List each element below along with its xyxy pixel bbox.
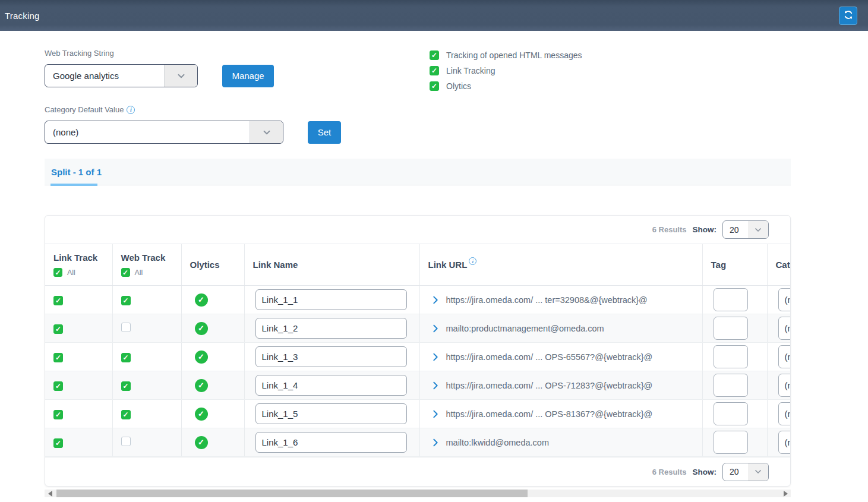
web-track-checkbox[interactable] bbox=[121, 296, 131, 305]
web-track-checkbox[interactable] bbox=[121, 323, 131, 332]
link-track-checkbox[interactable] bbox=[53, 324, 63, 334]
horizontal-scrollbar[interactable] bbox=[45, 490, 791, 497]
table-row: mailto:lkwidd@omeda.com (none) bbox=[45, 428, 791, 457]
link-url-header-label: Link URL bbox=[428, 260, 468, 270]
tab-bar: Split - 1 of 1 bbox=[45, 159, 791, 185]
link-name-input[interactable] bbox=[255, 375, 407, 396]
category-select-value: (none) bbox=[779, 380, 791, 390]
chevron-down-icon bbox=[250, 121, 283, 143]
link-name-input[interactable] bbox=[255, 346, 407, 367]
scroll-right-arrow[interactable] bbox=[781, 490, 790, 497]
category-default-select[interactable]: (none) bbox=[45, 121, 283, 144]
col-web-track: Web Track All bbox=[112, 244, 181, 286]
page-size-select-footer[interactable]: 20 bbox=[722, 463, 769, 481]
manage-button[interactable]: Manage bbox=[222, 65, 274, 87]
web-track-checkbox[interactable] bbox=[121, 410, 131, 419]
col-link-url: Link URL i bbox=[419, 244, 702, 286]
category-default-select-value: (none) bbox=[45, 127, 78, 137]
show-label: Show: bbox=[693, 225, 717, 234]
tag-input[interactable] bbox=[714, 402, 748, 425]
tag-input[interactable] bbox=[714, 317, 748, 340]
chevron-down-icon bbox=[164, 65, 197, 87]
category-select[interactable]: (none) bbox=[778, 317, 791, 340]
link-tracking-checkbox[interactable] bbox=[430, 66, 439, 75]
page-size-select[interactable]: 20 bbox=[722, 220, 769, 239]
table-footer: 6 Results Show: 20 bbox=[45, 457, 790, 486]
refresh-button[interactable] bbox=[839, 7, 857, 25]
col-olytics: Olytics bbox=[181, 244, 244, 286]
tag-input[interactable] bbox=[714, 431, 748, 454]
chevron-right-icon[interactable] bbox=[431, 438, 440, 447]
web-track-checkbox[interactable] bbox=[121, 381, 131, 391]
info-icon[interactable]: i bbox=[127, 106, 135, 114]
category-select[interactable]: (none) bbox=[778, 374, 791, 397]
link-name-input[interactable] bbox=[255, 432, 407, 453]
link-track-checkbox[interactable] bbox=[53, 438, 63, 448]
all-label: All bbox=[67, 269, 75, 277]
table-row: https://jira.omeda.com/ ... OPS-81367?@{… bbox=[45, 400, 791, 428]
category-select-value: (none) bbox=[779, 295, 791, 305]
category-select[interactable]: (none) bbox=[778, 288, 791, 311]
olytics-check-icon bbox=[195, 322, 208, 335]
link-track-all-checkbox[interactable] bbox=[53, 268, 62, 277]
category-select-value: (none) bbox=[779, 352, 791, 362]
category-select[interactable]: (none) bbox=[778, 431, 791, 454]
olytics-check-icon bbox=[195, 293, 208, 307]
link-track-checkbox[interactable] bbox=[53, 353, 63, 362]
tab-split-label: Split - 1 of 1 bbox=[51, 167, 102, 177]
category-select-value: (none) bbox=[779, 437, 791, 447]
table-toolbar: 6 Results Show: 20 bbox=[45, 216, 790, 244]
olytics-check-icon bbox=[195, 379, 208, 392]
link-track-checkbox[interactable] bbox=[53, 381, 63, 391]
web-tracking-select-value: Google analytics bbox=[45, 71, 119, 81]
tracking-options-group: Tracking of opened HTML messages Link Tr… bbox=[430, 50, 582, 91]
opened-html-label: Tracking of opened HTML messages bbox=[446, 50, 582, 60]
results-count: 6 Results bbox=[652, 225, 687, 234]
olytics-check-icon bbox=[195, 351, 208, 364]
link-name-input[interactable] bbox=[255, 289, 407, 310]
option-link-tracking: Link Tracking bbox=[430, 66, 582, 75]
olytics-checkbox[interactable] bbox=[430, 81, 439, 91]
col-tag: Tag bbox=[702, 244, 767, 286]
chevron-right-icon[interactable] bbox=[431, 409, 440, 419]
link-url-text: mailto:productmanagement@omeda.com bbox=[446, 324, 604, 333]
chevron-right-icon[interactable] bbox=[431, 352, 440, 362]
set-button[interactable]: Set bbox=[308, 121, 341, 144]
link-url-text: https://jira.omeda.com/ ... OPS-81367?@{… bbox=[446, 409, 653, 419]
scrollbar-thumb[interactable] bbox=[56, 490, 528, 497]
web-track-all-checkbox[interactable] bbox=[121, 268, 130, 277]
link-url-text: https://jira.omeda.com/ ... OPS-71283?@{… bbox=[446, 381, 653, 390]
chevron-right-icon[interactable] bbox=[431, 381, 440, 390]
category-select[interactable]: (none) bbox=[778, 345, 791, 368]
page-size-value: 20 bbox=[723, 467, 739, 476]
chevron-down-icon bbox=[748, 221, 768, 238]
category-select[interactable]: (none) bbox=[778, 402, 791, 425]
table-header-row: Link Track All Web Track All bbox=[45, 244, 791, 286]
tag-input[interactable] bbox=[714, 345, 748, 368]
category-default-field: Category Default Value i (none) Set bbox=[45, 105, 868, 144]
active-tab-indicator bbox=[50, 184, 97, 186]
scroll-left-arrow[interactable] bbox=[46, 490, 54, 497]
category-select-value: (none) bbox=[779, 323, 791, 333]
web-tracking-select[interactable]: Google analytics bbox=[45, 64, 198, 87]
tag-input[interactable] bbox=[714, 288, 748, 311]
link-track-checkbox[interactable] bbox=[53, 296, 63, 305]
table-row: mailto:productmanagement@omeda.com (none… bbox=[45, 314, 791, 343]
link-track-checkbox[interactable] bbox=[53, 410, 63, 419]
link-name-input[interactable] bbox=[255, 403, 407, 424]
link-name-input[interactable] bbox=[255, 318, 407, 339]
page-header: Tracking bbox=[0, 0, 868, 31]
page-title: Tracking bbox=[0, 11, 40, 21]
category-default-label: Category Default Value bbox=[45, 105, 124, 114]
web-track-checkbox[interactable] bbox=[121, 353, 131, 362]
chevron-right-icon[interactable] bbox=[431, 324, 440, 333]
tag-input[interactable] bbox=[714, 374, 748, 397]
web-track-checkbox[interactable] bbox=[121, 437, 131, 446]
col-category: Cat bbox=[767, 244, 791, 286]
tab-split[interactable]: Split - 1 of 1 bbox=[45, 159, 108, 185]
chevron-right-icon[interactable] bbox=[431, 295, 440, 305]
table-row: https://jira.omeda.com/ ... ter=32908&@{… bbox=[45, 286, 791, 314]
info-icon[interactable]: i bbox=[469, 257, 476, 265]
table-row: https://jira.omeda.com/ ... OPS-65567?@{… bbox=[45, 343, 791, 371]
opened-html-checkbox[interactable] bbox=[430, 50, 439, 60]
